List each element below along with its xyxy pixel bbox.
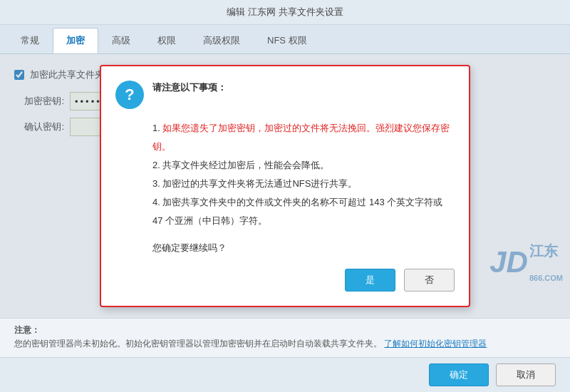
tab-permissions[interactable]: 权限 xyxy=(144,28,190,53)
dialog-question: 您确定要继续吗？ xyxy=(115,242,455,254)
dialog-item-3: 3. 加密过的共享文件夹将无法通过NFS进行共享。 xyxy=(152,175,455,193)
warning-dialog: ? 请注意以下事项： 1. 如果您遗失了加密密钥，加密过的文件将无法挽回。强烈建… xyxy=(100,65,470,307)
dialog-overlay: ? 请注意以下事项： 1. 如果您遗失了加密密钥，加密过的文件将无法挽回。强烈建… xyxy=(0,54,570,318)
dialog-item-3-text: 加密过的共享文件夹将无法通过NFS进行共享。 xyxy=(162,178,357,189)
dialog-item-4: 4. 加密共享文件夹中的文件或文件夹的名称不可超过 143 个英文字符或 47 … xyxy=(152,193,455,230)
confirm-button[interactable]: 确定 xyxy=(429,363,489,386)
content-area: 加密此共享文件夹 加密密钥: 确认密钥: ? 请注意以下事项： xyxy=(0,54,570,318)
dialog-title: 请注意以下事项： xyxy=(152,81,227,96)
title-bar: 编辑 江东网 共享文件夹设置 xyxy=(0,0,570,25)
window-title: 编辑 江东网 共享文件夹设置 xyxy=(227,6,343,17)
yes-button[interactable]: 是 xyxy=(345,269,395,292)
dialog-item-2: 2. 共享文件夹经过加密后，性能会会降低。 xyxy=(152,156,455,175)
tab-encrypt[interactable]: 加密 xyxy=(53,28,98,53)
question-icon: ? xyxy=(115,81,144,109)
main-window: 编辑 江东网 共享文件夹设置 常规 加密 高级 权限 高级权限 NFS 权限 加… xyxy=(0,0,570,392)
cancel-button[interactable]: 取消 xyxy=(496,363,556,386)
dialog-header: ? 请注意以下事项： xyxy=(115,81,455,109)
dialog-buttons: 是 否 xyxy=(115,269,455,292)
dialog-item-2-text: 共享文件夹经过加密后，性能会会降低。 xyxy=(162,160,329,170)
bottom-note: 注意： 您的密钥管理器尚未初始化。初始化密钥管理器以管理加密密钥并在启动时自动装… xyxy=(0,318,570,357)
dialog-item-1-text: 如果您遗失了加密密钥，加密过的文件将无法挽回。强烈建议您保存密钥。 xyxy=(152,123,450,152)
dialog-item-1: 1. 如果您遗失了加密密钥，加密过的文件将无法挽回。强烈建议您保存密钥。 xyxy=(152,119,455,156)
dialog-body: 1. 如果您遗失了加密密钥，加密过的文件将无法挽回。强烈建议您保存密钥。 2. … xyxy=(115,119,455,230)
tab-nfs-permissions[interactable]: NFS 权限 xyxy=(254,28,321,53)
dialog-item-4-text: 加密共享文件夹中的文件或文件夹的名称不可超过 143 个英文字符或 47 个亚洲… xyxy=(152,197,442,226)
tab-general[interactable]: 常规 xyxy=(7,28,53,53)
tab-advanced-permissions[interactable]: 高级权限 xyxy=(190,28,254,53)
tab-bar: 常规 加密 高级 权限 高级权限 NFS 权限 xyxy=(0,25,570,54)
tab-advanced[interactable]: 高级 xyxy=(98,28,144,53)
note-text: 您的密钥管理器尚未初始化。初始化密钥管理器以管理加密密钥并在启动时自动装载共享文… xyxy=(14,338,556,350)
note-link[interactable]: 了解如何初始化密钥管理器 xyxy=(384,339,487,349)
note-title: 注意： xyxy=(14,324,556,336)
no-button[interactable]: 否 xyxy=(404,269,455,292)
action-bar: 确定 取消 xyxy=(0,357,570,392)
